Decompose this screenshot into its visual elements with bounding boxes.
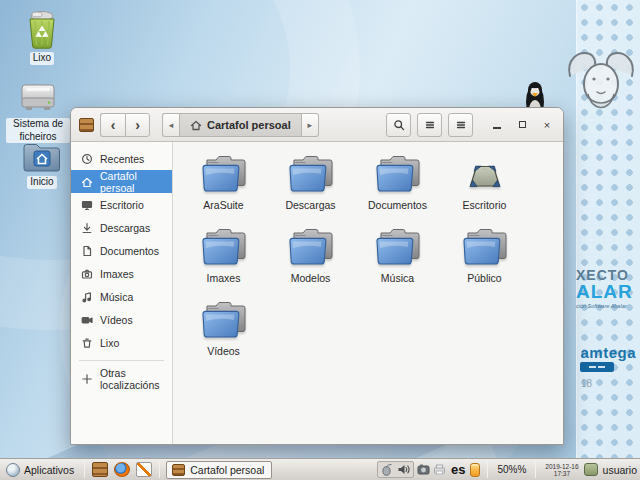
- desktop-icon-filesystem[interactable]: Sistema de ficheiros: [6, 78, 70, 143]
- file-item-imaxes[interactable]: Imaxes: [180, 224, 267, 284]
- file-item-label: Música: [381, 272, 414, 284]
- sidebar-item-label: Música: [100, 291, 133, 303]
- file-item-musica[interactable]: Música: [354, 224, 441, 284]
- folder-icon: [198, 297, 250, 343]
- search-button[interactable]: [386, 113, 411, 137]
- sidebar-item-label: Lixo: [100, 337, 119, 349]
- forward-button[interactable]: ›: [125, 113, 150, 137]
- file-item-escritorio[interactable]: Escritorio: [441, 151, 528, 211]
- path-bar: ◂ Cartafol persoal ▸: [162, 113, 319, 137]
- sidebar-item-musica[interactable]: Música: [71, 285, 172, 308]
- sidebar-item-lixo[interactable]: Lixo: [71, 331, 172, 354]
- sidebar-separator: [79, 360, 164, 361]
- proxecto-line2: ALAR: [576, 282, 638, 301]
- download-icon: [81, 222, 93, 234]
- desktop-icon: [81, 199, 93, 211]
- home-folder-icon: [21, 138, 63, 174]
- file-item-label: Descargas: [285, 199, 335, 211]
- places-sidebar: RecentesCartafol persoalEscritorioDescar…: [71, 142, 173, 444]
- sidebar-item-label: Recentes: [100, 153, 144, 165]
- home-icon: [81, 176, 93, 188]
- sidebar-item-label: Cartafol persoal: [100, 170, 172, 194]
- trash-icon: [81, 337, 93, 349]
- printer-icon[interactable]: [433, 463, 446, 476]
- sidebar-item-descargas[interactable]: Descargas: [71, 216, 172, 239]
- applications-menu-button[interactable]: Aplicativos: [0, 459, 80, 480]
- tray-group: [377, 461, 414, 478]
- sidebar-item-imaxes[interactable]: Imaxes: [71, 262, 172, 285]
- plus-icon: [81, 373, 93, 385]
- document-icon: [81, 245, 93, 257]
- file-manager-launcher-icon[interactable]: [92, 462, 108, 477]
- search-icon: [393, 119, 405, 131]
- sidebar-item-cartafol-persoal[interactable]: Cartafol persoal: [71, 170, 172, 193]
- taskbar-separator: [487, 462, 488, 478]
- close-button[interactable]: ×: [539, 117, 555, 133]
- file-item-modelos[interactable]: Modelos: [267, 224, 354, 284]
- desktop-icon-home[interactable]: Inicio: [10, 138, 74, 189]
- sidebar-item-label: Otras localizacións: [100, 367, 172, 391]
- drive-icon: [16, 78, 60, 116]
- maximize-button[interactable]: [514, 117, 530, 133]
- system-tray: es 50%% 2019-12-16 17:37 usuario: [377, 461, 640, 478]
- folder-icon: [459, 224, 511, 270]
- folder-icon: [285, 224, 337, 270]
- gnu-logo: [564, 46, 638, 118]
- sidebar-item-recentes[interactable]: Recentes: [71, 147, 172, 170]
- path-current-button[interactable]: Cartafol persoal: [179, 113, 302, 137]
- file-item-publico[interactable]: Público: [441, 224, 528, 284]
- file-item-videos[interactable]: Vídeos: [180, 297, 267, 357]
- taskbar-separator: [535, 462, 536, 478]
- sidebar-item-videos[interactable]: Vídeos: [71, 308, 172, 331]
- date-label: 2019-12-16: [545, 463, 578, 470]
- hamburger-menu-icon: [455, 119, 467, 131]
- firefox-launcher-icon[interactable]: [114, 462, 130, 477]
- xfce-menu-icon: [6, 463, 20, 477]
- user-avatar-icon[interactable]: [584, 463, 598, 476]
- clock[interactable]: 2019-12-16 17:37: [545, 463, 578, 477]
- desktop-icon-label: Lixo: [30, 52, 54, 65]
- back-button[interactable]: ‹: [100, 113, 125, 137]
- file-item-label: AraSuite: [203, 199, 243, 211]
- taskbar-separator: [159, 462, 160, 478]
- file-item-label: Vídeos: [207, 345, 240, 357]
- file-view[interactable]: AraSuiteDescargasDocumentosEscritorioIma…: [173, 142, 563, 444]
- folder-icon: [285, 151, 337, 197]
- task-button-label: Cartafol persoal: [190, 464, 264, 476]
- user-menu-label[interactable]: usuario: [603, 464, 637, 476]
- proxecto-subtext: ción Software Abalar: [576, 304, 638, 310]
- file-item-descargas[interactable]: Descargas: [267, 151, 354, 211]
- path-scroll-left-icon[interactable]: ◂: [162, 113, 179, 137]
- file-manager-window-icon: [172, 464, 185, 476]
- view-toggle-button[interactable]: [417, 113, 442, 137]
- file-item-arasuite[interactable]: AraSuite: [180, 151, 267, 211]
- screenshot-tool-icon[interactable]: [417, 463, 430, 476]
- notes-launcher-icon[interactable]: [136, 462, 152, 477]
- amtega-pill: [580, 362, 614, 372]
- sidebar-item-other-locations[interactable]: Otras localizacións: [71, 367, 172, 390]
- battery-indicator-icon[interactable]: [470, 463, 480, 477]
- file-item-label: Documentos: [368, 199, 427, 211]
- menu-button[interactable]: [448, 113, 473, 137]
- path-scroll-right-icon[interactable]: ▸: [302, 113, 319, 137]
- file-item-documentos[interactable]: Documentos: [354, 151, 441, 211]
- clock-icon: [81, 153, 93, 165]
- file-manager-window: ‹ › ◂ Cartafol persoal ▸: [70, 107, 564, 445]
- percentage-indicator[interactable]: 50%%: [497, 464, 526, 475]
- desktop-icon-trash[interactable]: Lixo: [10, 8, 74, 65]
- mouse-settings-icon[interactable]: [381, 463, 394, 476]
- time-label: 17:37: [554, 470, 570, 477]
- sidebar-item-documentos[interactable]: Documentos: [71, 239, 172, 262]
- sidebar-item-escritorio[interactable]: Escritorio: [71, 193, 172, 216]
- wallpaper-number: 18: [581, 378, 592, 389]
- keyboard-layout-indicator[interactable]: es: [451, 462, 465, 477]
- sidebar-item-label: Vídeos: [100, 314, 133, 326]
- sidebar-item-label: Documentos: [100, 245, 159, 257]
- music-icon: [81, 291, 93, 303]
- list-view-icon: [424, 119, 436, 131]
- file-item-label: Público: [467, 272, 501, 284]
- minimize-button[interactable]: [489, 117, 505, 133]
- task-button-file-manager[interactable]: Cartafol persoal: [166, 461, 272, 479]
- volume-icon[interactable]: [397, 463, 410, 476]
- taskbar: Aplicativos Cartafol persoal e: [0, 458, 640, 480]
